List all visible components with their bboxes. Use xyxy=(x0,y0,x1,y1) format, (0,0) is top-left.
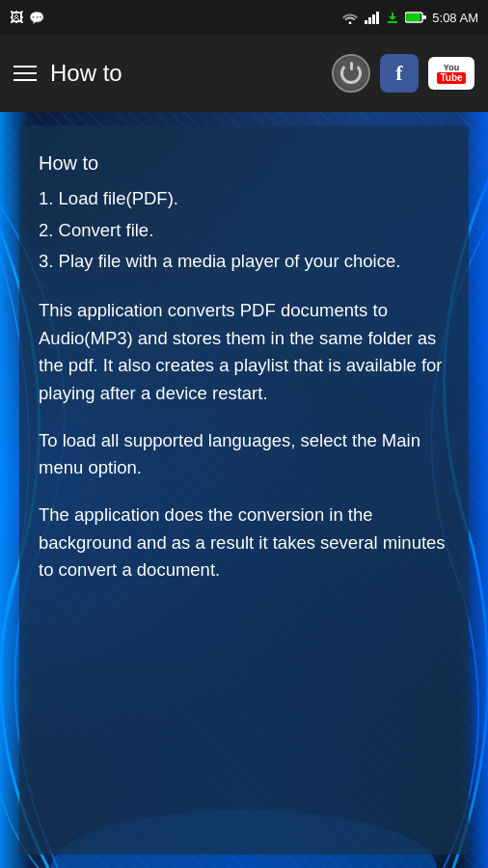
status-bar-right: 5:08 AM xyxy=(341,11,478,25)
facebook-button[interactable]: f xyxy=(380,54,419,93)
content-title: How to xyxy=(39,149,449,177)
wifi-icon xyxy=(341,11,359,24)
svg-rect-1 xyxy=(368,17,371,24)
svg-rect-7 xyxy=(422,15,426,19)
main-content: How to 1. Load file(PDF). 2. Convert fil… xyxy=(0,112,488,868)
paragraph-2: To load all supported languages, select … xyxy=(39,427,449,482)
svg-rect-6 xyxy=(406,14,420,21)
svg-rect-0 xyxy=(365,20,367,24)
paragraph-3: The application does the conversion in t… xyxy=(39,502,449,584)
app-title: How to xyxy=(50,60,318,87)
content-body: How to 1. Load file(PDF). 2. Convert fil… xyxy=(39,149,449,584)
step-3: 3. Play file with a media player of your… xyxy=(39,248,449,276)
download-icon xyxy=(386,11,399,24)
youtube-button[interactable]: You Tube xyxy=(428,57,474,90)
svg-rect-4 xyxy=(388,21,397,23)
status-bar-left: 🖼 💬 xyxy=(10,10,44,25)
step-2: 2. Convert file. xyxy=(39,217,449,245)
photo-icon: 🖼 xyxy=(10,10,23,25)
status-bar: 🖼 💬 5:08 AM xyxy=(0,0,488,35)
battery-icon xyxy=(405,12,426,23)
step-1: 1. Load file(PDF). xyxy=(39,185,449,213)
paragraph-1: This application converts PDF documents … xyxy=(39,297,449,408)
message-icon: 💬 xyxy=(29,11,44,25)
toolbar-icons: f You Tube xyxy=(332,54,474,93)
content-card: How to 1. Load file(PDF). 2. Convert fil… xyxy=(19,125,469,854)
svg-rect-2 xyxy=(372,14,375,24)
svg-rect-3 xyxy=(376,12,379,24)
app-bar: How to f You Tube xyxy=(0,35,488,112)
hamburger-menu-button[interactable] xyxy=(14,66,37,81)
time-display: 5:08 AM xyxy=(432,11,478,25)
power-button[interactable] xyxy=(332,54,370,93)
signal-icon xyxy=(365,11,380,24)
how-to-section: How to 1. Load file(PDF). 2. Convert fil… xyxy=(39,149,449,276)
